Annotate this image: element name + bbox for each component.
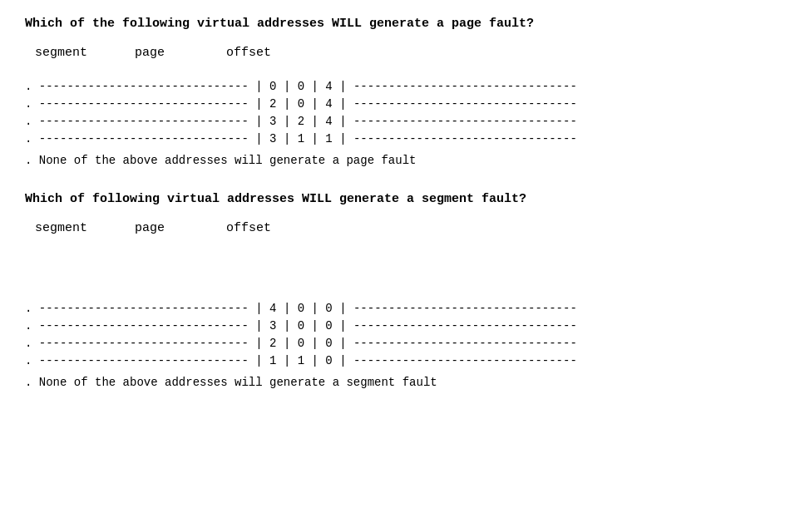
right-dash-2-4-2: ---------	[423, 354, 486, 367]
left-dash-2-4-2: --------	[101, 354, 157, 367]
left-dash-1-2-2: --------	[101, 97, 157, 111]
option-1-1[interactable]: . --------- -------- ------------- | 0 |…	[25, 80, 775, 93]
seg-1-2: 2	[269, 97, 276, 111]
offset-1-4: 1	[325, 132, 332, 145]
left-dash-1-2-3: -------------	[158, 97, 249, 111]
right-dash-1-1-2: ---------	[423, 80, 486, 93]
seg-1-4: 3	[269, 132, 276, 145]
page-1-3: 2	[298, 115, 304, 128]
radio-dot-2-3: .	[25, 337, 39, 350]
seg-2-3: 2	[269, 337, 276, 350]
right-dash-2-3-2: ---------	[423, 337, 486, 350]
option-2-3[interactable]: . --------- -------- ------------- | 2 |…	[25, 337, 775, 350]
header-segment-2: segment	[35, 221, 135, 235]
offset-2-3: 0	[325, 337, 332, 350]
header-row-1: segment page offset	[25, 46, 775, 60]
none-option-2[interactable]: . None of the above addresses will gener…	[25, 376, 775, 389]
right-dash-2-3-1: ----------	[353, 337, 423, 350]
header-page-2: page	[135, 221, 226, 235]
left-dash-2-1-3: -------------	[158, 302, 249, 315]
right-dash-1-3-3: -------------	[486, 115, 577, 128]
right-dash-1-3-2: ---------	[423, 115, 486, 128]
radio-dot-2-2: .	[25, 319, 39, 332]
header-row-2: segment page offset	[25, 221, 775, 235]
left-dash-1-4-1: ---------	[39, 132, 102, 145]
left-dash-2-3-3: -------------	[158, 337, 249, 350]
right-dash-1-2-3: -------------	[486, 97, 577, 111]
left-dash-2-4-3: -------------	[158, 354, 249, 367]
spacer2	[25, 249, 775, 282]
option-1-4[interactable]: . --------- -------- ------------- | 3 |…	[25, 132, 775, 145]
left-dash-2-4-1: ---------	[39, 354, 102, 367]
option-2-1[interactable]: . --------- -------- ------------- | 4 |…	[25, 302, 775, 315]
seg-2-4: 1	[269, 354, 276, 367]
left-dash-1-1-3: -------------	[158, 80, 249, 93]
left-dash-2-1-2: --------	[101, 302, 157, 315]
radio-dot-1-1: .	[25, 80, 39, 93]
radio-dot-2-1: .	[25, 302, 39, 315]
offset-1-1: 4	[325, 80, 332, 93]
right-dash-2-4-1: ----------	[353, 354, 423, 367]
page-1-2: 0	[298, 97, 304, 111]
offset-2-2: 0	[325, 319, 332, 332]
page-2-2: 0	[298, 319, 304, 332]
question2: Which of following virtual addresses WIL…	[25, 192, 775, 206]
right-dash-2-1-3: -------------	[486, 302, 577, 315]
radio-dot-1-4: .	[25, 132, 39, 145]
page-2-4: 1	[298, 354, 304, 367]
offset-1-2: 4	[325, 97, 332, 111]
left-dash-1-4-3: -------------	[158, 132, 249, 145]
radio-dot-1-3: .	[25, 115, 39, 128]
options-list-2: . --------- -------- ------------- | 4 |…	[25, 302, 775, 367]
right-dash-1-3-1: ----------	[353, 115, 423, 128]
options-list-1: . --------- -------- ------------- | 0 |…	[25, 80, 775, 145]
left-dash-2-2-3: -------------	[158, 319, 249, 332]
section2: Which of following virtual addresses WIL…	[25, 192, 775, 389]
right-dash-1-2-2: ---------	[423, 97, 486, 111]
right-dash-1-4-1: ----------	[353, 132, 423, 145]
page-1-4: 1	[298, 132, 304, 145]
right-dash-1-1-3: -------------	[486, 80, 577, 93]
page-1-1: 0	[298, 80, 304, 93]
seg-2-1: 4	[269, 302, 276, 315]
seg-1-3: 3	[269, 115, 276, 128]
radio-dot-2-4: .	[25, 354, 39, 367]
option-1-2[interactable]: . --------- -------- ------------- | 2 |…	[25, 97, 775, 111]
offset-2-1: 0	[325, 302, 332, 315]
right-dash-1-2-1: ----------	[353, 97, 423, 111]
option-2-2[interactable]: . --------- -------- ------------- | 3 |…	[25, 319, 775, 332]
question1: Which of the following virtual addresses…	[25, 17, 775, 31]
left-dash-1-1-2: --------	[101, 80, 157, 93]
right-dash-2-4-3: -------------	[486, 354, 577, 367]
left-dash-2-2-2: --------	[101, 319, 157, 332]
header-offset-2: offset	[226, 221, 326, 235]
seg-2-2: 3	[269, 319, 276, 332]
right-dash-2-3-3: -------------	[486, 337, 577, 350]
right-dash-2-1-1: ----------	[353, 302, 423, 315]
right-dash-2-2-2: ---------	[423, 319, 486, 332]
right-dash-2-2-3: -------------	[486, 319, 577, 332]
offset-1-3: 4	[325, 115, 332, 128]
right-dash-2-2-1: ----------	[353, 319, 423, 332]
right-dash-2-1-2: ---------	[423, 302, 486, 315]
left-dash-1-3-2: --------	[101, 115, 157, 128]
radio-dot-1-2: .	[25, 97, 39, 111]
page-2-3: 0	[298, 337, 304, 350]
header-offset-1: offset	[226, 46, 326, 60]
left-dash-1-3-3: -------------	[158, 115, 249, 128]
left-dash-2-1-1: ---------	[39, 302, 102, 315]
right-dash-1-1-1: ----------	[353, 80, 423, 93]
right-dash-1-4-3: -------------	[486, 132, 577, 145]
left-dash-2-2-1: ---------	[39, 319, 102, 332]
none-option-1[interactable]: . None of the above addresses will gener…	[25, 154, 775, 167]
page-2-1: 0	[298, 302, 304, 315]
left-dash-2-3-2: --------	[101, 337, 157, 350]
section1: Which of the following virtual addresses…	[25, 17, 775, 167]
left-dash-2-3-1: ---------	[39, 337, 102, 350]
left-dash-1-2-1: ---------	[39, 97, 102, 111]
header-segment-1: segment	[35, 46, 135, 60]
option-2-4[interactable]: . --------- -------- ------------- | 1 |…	[25, 354, 775, 367]
left-dash-1-4-2: --------	[101, 132, 157, 145]
option-1-3[interactable]: . --------- -------- ------------- | 3 |…	[25, 115, 775, 128]
seg-1-1: 0	[269, 80, 276, 93]
